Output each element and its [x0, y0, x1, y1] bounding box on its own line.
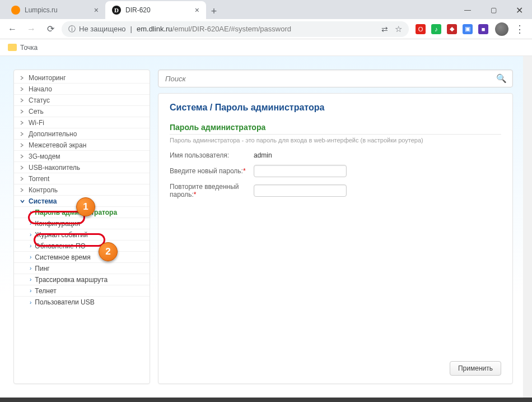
ext-purple-icon[interactable]: ■: [478, 24, 488, 34]
sidebar-sub-telnet[interactable]: ›Телнет: [14, 285, 150, 297]
translate-icon[interactable]: ⇄: [381, 25, 388, 34]
chevron-right-icon: ›: [30, 276, 31, 283]
forward-button[interactable]: →: [24, 21, 39, 37]
reload-button[interactable]: ⟳: [43, 21, 58, 37]
close-window-button[interactable]: ✕: [506, 1, 532, 19]
chevron-right-icon: [20, 98, 25, 103]
favicon-lumpics: [11, 6, 20, 15]
browser-menu-button[interactable]: ⋮: [512, 21, 528, 37]
sidebar-item-wifi[interactable]: Wi-Fi: [14, 117, 150, 128]
sidebar-item-label: Обновление ПО: [35, 242, 86, 250]
sidebar-item-3g[interactable]: 3G-модем: [14, 151, 150, 162]
chevron-right-icon: ›: [30, 299, 31, 306]
row-repeat-password: Повторите введенный пароль:*: [170, 183, 501, 199]
sidebar-sub-firmware[interactable]: ›Обновление ПО: [14, 241, 150, 252]
sidebar-item-label: Трассировка маршрута: [35, 276, 108, 284]
chevron-right-icon: ›: [30, 209, 31, 215]
chevron-right-icon: [20, 109, 25, 114]
repeat-label: Повторите введенный пароль:*: [170, 183, 254, 199]
breadcrumb-current: Пароль администратора: [215, 103, 325, 112]
sidebar-item-label: Журнал событий: [35, 231, 87, 239]
chevron-right-icon: [20, 176, 25, 182]
ext-shield-icon[interactable]: ◆: [447, 24, 457, 34]
sidebar-item-monitoring[interactable]: Мониторинг: [14, 72, 150, 84]
sidebar-item-label: Wi-Fi: [29, 119, 44, 127]
username-value: admin: [254, 151, 272, 159]
ext-opera-icon[interactable]: O: [416, 24, 426, 34]
chevron-right-icon: [20, 165, 25, 170]
new-tab-button[interactable]: +: [206, 3, 222, 19]
sidebar-nav: Мониторинг Начало Статус Сеть Wi-Fi Допо…: [13, 70, 150, 384]
window-controls: — ▢ ✕: [455, 1, 532, 19]
bookmarks-bar: Точка: [0, 39, 532, 56]
chevron-right-icon: ›: [30, 265, 31, 271]
required-asterisk-icon: *: [243, 167, 246, 175]
sidebar-item-control[interactable]: Контроль: [14, 184, 150, 196]
ext-cube-icon[interactable]: ▣: [463, 24, 473, 34]
chevron-right-icon: ›: [30, 243, 31, 249]
row-username: Имя пользователя: admin: [170, 151, 501, 159]
new-password-input[interactable]: [254, 165, 347, 177]
extensions: O ♪ ◆ ▣ ■: [412, 24, 492, 34]
close-icon[interactable]: ×: [190, 6, 199, 15]
sidebar-sub-configuration[interactable]: ›Конфигурация: [14, 218, 150, 229]
chevron-down-icon: [20, 198, 25, 204]
sidebar-item-firewall[interactable]: Межсетевой экран: [14, 140, 150, 151]
page-content: Мониторинг Начало Статус Сеть Wi-Fi Допо…: [0, 56, 532, 398]
annotation-badge-1: 1: [76, 197, 95, 216]
chevron-right-icon: [20, 86, 25, 92]
browser-toolbar: ← → ⟳ ⓘ Не защищено | em.dlink.ru/emul/D…: [0, 19, 532, 39]
chevron-right-icon: ›: [30, 254, 31, 260]
browser-tabstrip: Lumpics.ru × D DIR-620 × + — ▢ ✕: [0, 0, 532, 19]
tab-lumpics[interactable]: Lumpics.ru ×: [4, 1, 105, 19]
sidebar-sub-ping[interactable]: ›Пинг: [14, 263, 150, 274]
sidebar-item-label: Дополнительно: [29, 130, 77, 138]
chevron-right-icon: ›: [30, 232, 31, 238]
scrollbar-thumb[interactable]: [524, 76, 531, 239]
address-bar[interactable]: ⓘ Не защищено | em.dlink.ru/emul/DIR-620…: [62, 21, 409, 37]
tab-dir620[interactable]: D DIR-620 ×: [105, 1, 206, 19]
sidebar-item-usb[interactable]: USB-накопитель: [14, 162, 150, 173]
back-button[interactable]: ←: [4, 21, 20, 37]
breadcrumb: Система / Пароль администратора: [170, 103, 501, 113]
repeat-password-input[interactable]: [254, 184, 347, 197]
chevron-right-icon: [20, 131, 25, 137]
close-icon[interactable]: ×: [90, 6, 99, 15]
minimize-button[interactable]: —: [455, 1, 480, 19]
annotation-badge-2: 2: [99, 242, 118, 261]
sidebar-sub-usbusers[interactable]: ›Пользователи USB: [14, 297, 150, 308]
profile-avatar[interactable]: [495, 22, 508, 36]
chevron-right-icon: [20, 75, 25, 81]
search-icon[interactable]: 🔍: [496, 73, 507, 84]
sidebar-item-label: Torrent: [29, 175, 49, 183]
sidebar-sub-traceroute[interactable]: ›Трассировка маршрута: [14, 274, 150, 285]
sidebar-item-network[interactable]: Сеть: [14, 106, 150, 117]
bookmark-item[interactable]: Точка: [20, 44, 38, 52]
sidebar-item-label: Системное время: [35, 253, 90, 261]
url-text: em.dlink.ru/emul/DIR-620AE/#system/passw…: [137, 25, 291, 33]
maximize-button[interactable]: ▢: [480, 1, 506, 19]
sidebar-item-status[interactable]: Статус: [14, 95, 150, 106]
tab-title: Lumpics.ru: [25, 6, 58, 14]
ext-music-icon[interactable]: ♪: [431, 24, 441, 34]
star-icon[interactable]: ☆: [395, 24, 402, 34]
sidebar-item-label: Сеть: [29, 108, 44, 115]
section-title: Пароль администратора: [170, 123, 501, 135]
sidebar-sub-eventlog[interactable]: ›Журнал событий: [14, 229, 150, 241]
tab-title: DIR-620: [125, 6, 151, 14]
required-asterisk-icon: *: [194, 191, 197, 198]
security-indicator[interactable]: ⓘ Не защищено: [68, 24, 126, 34]
search-input[interactable]: [164, 74, 496, 84]
chevron-right-icon: ›: [30, 288, 31, 294]
search-bar[interactable]: 🔍: [158, 70, 513, 87]
sidebar-item-label: Система: [29, 197, 57, 205]
sidebar-item-label: Конфигурация: [35, 220, 80, 228]
chevron-right-icon: ›: [30, 220, 31, 227]
sidebar-item-start[interactable]: Начало: [14, 84, 150, 95]
apply-button[interactable]: Применить: [450, 361, 501, 376]
info-icon: ⓘ: [68, 24, 76, 34]
sidebar-item-advanced[interactable]: Дополнительно: [14, 128, 150, 140]
sidebar-item-torrent[interactable]: Torrent: [14, 173, 150, 184]
sidebar-sub-systemtime[interactable]: ›Системное время: [14, 252, 150, 263]
breadcrumb-parent[interactable]: Система: [170, 103, 207, 112]
